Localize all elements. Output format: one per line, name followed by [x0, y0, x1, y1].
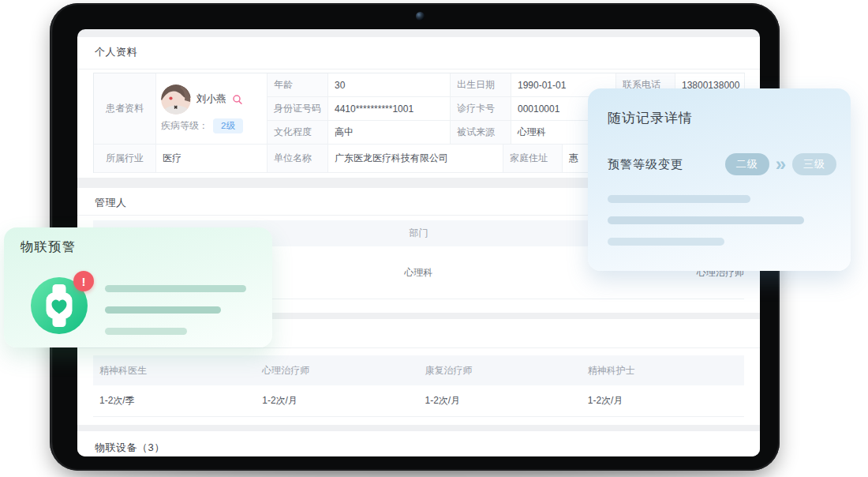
field-value: 4410**********1001 [328, 97, 451, 121]
iot-alert-title: 物联预警 [21, 238, 76, 256]
field-value: 医疗 [156, 145, 268, 173]
schedule-header-cell: 康复治疗师 [419, 364, 582, 377]
alert-badge-icon: ! [73, 271, 94, 291]
schedule-value-cell: 1-2次/季 [93, 394, 256, 408]
camera-icon [416, 12, 425, 21]
placeholder-bar [608, 238, 724, 246]
field-label: 出生日期 [451, 73, 511, 97]
field-label: 被试来源 [451, 121, 511, 145]
schedule-header-cell: 心理治疗师 [256, 364, 418, 377]
double-chevron-icon: » [776, 155, 786, 174]
devices-panel: 物联设备（3） [77, 431, 760, 456]
schedule-value-cell: 1-2次/月 [582, 394, 744, 408]
disease-level-badge: 2级 [213, 118, 243, 133]
dept-header: 部门 [260, 227, 577, 240]
placeholder-bar [105, 285, 246, 292]
schedule-value-cell: 1-2次/月 [256, 394, 418, 408]
profile-section-title: 个人资料 [95, 45, 137, 59]
placeholder-bar [105, 328, 187, 335]
patient-row-label: 患者资料 [94, 73, 156, 145]
placeholder-bar [608, 195, 750, 203]
placeholder-bar [608, 216, 804, 224]
schedule-header-cell: 精神科医生 [93, 364, 256, 377]
warning-level-change-label: 预警等级变更 [608, 157, 683, 172]
page: 个人资料 患者资料 [0, 0, 868, 477]
level-from-pill: 二级 [725, 153, 769, 175]
warning-level-change-row: 预警等级变更 二级 » 三级 [608, 153, 836, 175]
field-label: 文化程度 [268, 121, 328, 145]
field-label: 所属行业 [94, 145, 156, 173]
devices-section-title: 物联设备（3） [95, 441, 165, 455]
field-label: 诊疗卡号 [451, 97, 511, 121]
field-label: 家庭住址 [503, 145, 563, 173]
field-value: 广东医龙医疗科技有限公司 [328, 145, 503, 173]
patient-identity-cell: 刘小燕 疾病等级： 2级 [156, 73, 268, 145]
iot-alert-card: 物联预警 ! [4, 227, 272, 347]
avatar[interactable] [161, 85, 191, 115]
followup-card: 随访记录详情 预警等级变更 二级 » 三级 [588, 88, 851, 271]
followup-title: 随访记录详情 [608, 109, 693, 127]
dept-value: 心理科 [260, 266, 577, 280]
field-label: 年龄 [268, 73, 328, 97]
placeholder-bar [105, 306, 221, 314]
smartwatch-icon: ! [31, 277, 88, 334]
field-label: 单位名称 [268, 145, 328, 173]
schedule-table-header: 精神科医生 心理治疗师 康复治疗师 精神科护士 [93, 355, 744, 385]
manager-section-title: 管理人 [95, 196, 127, 210]
field-value: 高中 [328, 121, 451, 145]
schedule-value-cell: 1-2次/月 [419, 394, 582, 408]
disease-level-label: 疾病等级： [161, 119, 208, 133]
magnifier-icon[interactable] [232, 94, 243, 105]
level-to-pill: 三级 [792, 153, 836, 175]
schedule-table-row: 1-2次/季 1-2次/月 1-2次/月 1-2次/月 [93, 385, 744, 417]
field-label: 身份证号码 [268, 97, 328, 121]
schedule-header-cell: 精神科护士 [582, 364, 744, 377]
divider [77, 347, 760, 348]
field-value: 30 [328, 73, 451, 97]
patient-name: 刘小燕 [196, 92, 226, 106]
schedule-table: 精神科医生 心理治疗师 康复治疗师 精神科护士 1-2次/季 1-2次/月 1-… [93, 355, 744, 417]
divider [77, 69, 760, 69]
